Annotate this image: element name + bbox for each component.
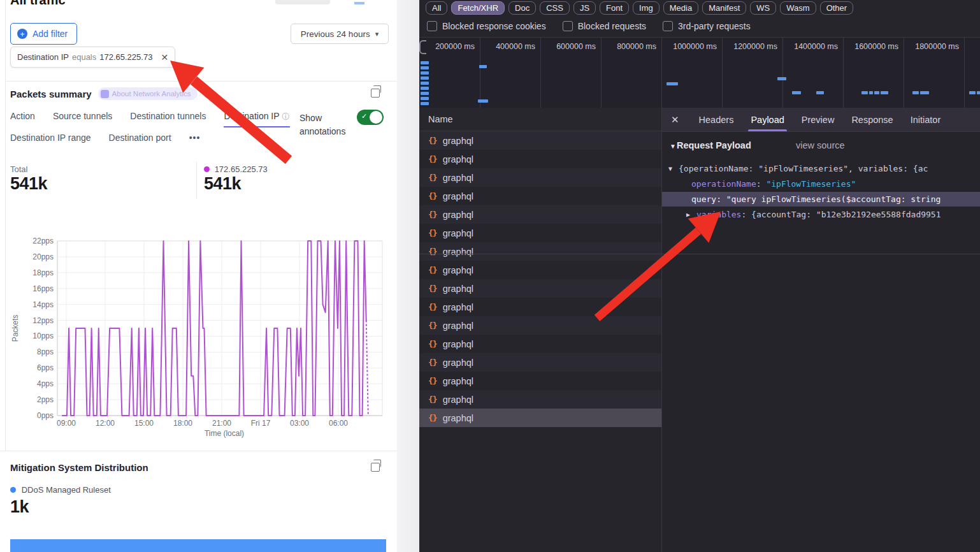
- request-row[interactable]: {}graphql: [419, 150, 661, 168]
- view-source-link[interactable]: view source: [796, 140, 845, 150]
- name-column-label: Name: [428, 114, 453, 124]
- show-annotations-toggle[interactable]: ✓: [357, 110, 384, 125]
- checkbox-icon[interactable]: [427, 21, 437, 31]
- request-filter-pills: AllFetch/XHRDocCSSJSFontImgMediaManifest…: [426, 1, 853, 15]
- filter-pill-other[interactable]: Other: [820, 1, 854, 15]
- request-name: graphql: [443, 339, 473, 349]
- payload-line[interactable]: ▼{operationName: "ipFlowTimeseries", var…: [662, 161, 980, 176]
- filter-chip-operator: equals: [72, 52, 96, 62]
- request-activity-dash: [478, 99, 488, 103]
- filter-pill-media[interactable]: Media: [663, 1, 698, 15]
- request-row[interactable]: {}graphql: [419, 390, 661, 409]
- request-row[interactable]: {}graphql: [419, 298, 661, 316]
- request-row[interactable]: {}graphql: [419, 187, 661, 205]
- filter-pill-fetch-xhr[interactable]: Fetch/XHR: [451, 1, 505, 15]
- time-range-dropdown[interactable]: Previous 24 hours ▾: [291, 24, 389, 44]
- tab-destination-tunnels[interactable]: Destination tunnels: [130, 111, 206, 127]
- request-payload-header[interactable]: ▼Request Payload: [670, 140, 751, 150]
- tab-destination-ip-range[interactable]: Destination IP range: [10, 133, 91, 143]
- tab-destination-ip[interactable]: Destination IPⓘ: [224, 111, 289, 127]
- json-icon: {}: [428, 321, 437, 330]
- x-axis-title: Time (local): [205, 429, 244, 438]
- request-row[interactable]: {}graphql: [419, 279, 661, 298]
- timeline-tick-label: 200000 ms: [419, 42, 475, 51]
- checkbox-blocked-response-cookies[interactable]: Blocked response cookies: [427, 21, 546, 31]
- detail-tab-initiator[interactable]: Initiator: [911, 108, 941, 131]
- request-name: graphql: [443, 136, 473, 146]
- filter-pill-doc[interactable]: Doc: [508, 1, 536, 15]
- filter-pill-font[interactable]: Font: [600, 1, 629, 15]
- request-row[interactable]: {}graphql: [419, 131, 661, 150]
- request-name: graphql: [443, 191, 473, 201]
- request-name: graphql: [443, 358, 473, 368]
- more-tabs-button[interactable]: •••: [189, 133, 201, 143]
- plus-icon: +: [17, 29, 27, 39]
- about-network-analytics-badge[interactable]: About Network Analytics: [98, 87, 198, 100]
- filter-pill-wasm[interactable]: Wasm: [780, 1, 816, 15]
- filter-chip[interactable]: Destination IP equals 172.65.225.73 ✕: [10, 47, 175, 68]
- network-table-header[interactable]: Name: [419, 108, 661, 131]
- timeline-tick-label: 800000 ms: [601, 42, 656, 51]
- checkbox-icon[interactable]: [563, 21, 573, 31]
- tab-source-tunnels[interactable]: Source tunnels: [53, 111, 112, 127]
- request-row[interactable]: {}graphql: [419, 335, 661, 353]
- request-name: graphql: [443, 265, 473, 275]
- json-icon: {}: [428, 413, 437, 423]
- time-range-label: Previous 24 hours: [301, 29, 370, 39]
- detail-tabs: ✕ HeadersPayloadPreviewResponseInitiator: [662, 108, 980, 132]
- detail-tab-response[interactable]: Response: [851, 108, 893, 131]
- payload-line[interactable]: query: "query ipFlowTimeseries($accountT…: [662, 192, 980, 207]
- y-tick-label: 0pps: [37, 411, 54, 420]
- network-timeline-overview[interactable]: 200000 ms400000 ms600000 ms800000 ms1000…: [419, 37, 980, 108]
- request-row[interactable]: {}graphql: [419, 316, 661, 335]
- expander-closed-icon[interactable]: ▶: [686, 207, 690, 222]
- card-divider-top: [5, 81, 397, 82]
- request-row[interactable]: {}graphql: [419, 224, 661, 242]
- filter-pill-all[interactable]: All: [426, 1, 447, 15]
- checkbox-blocked-requests[interactable]: Blocked requests: [563, 21, 646, 31]
- filter-pill-ws[interactable]: WS: [750, 1, 776, 15]
- checkbox-icon[interactable]: [663, 21, 673, 31]
- series-line: [62, 241, 366, 416]
- request-row[interactable]: {}graphql: [419, 168, 661, 187]
- request-row[interactable]: {}graphql: [419, 372, 661, 390]
- remove-filter-icon[interactable]: ✕: [161, 52, 168, 62]
- checkbox-3rd-party-requests[interactable]: 3rd-party requests: [663, 21, 751, 31]
- filter-pill-css[interactable]: CSS: [540, 1, 570, 15]
- payload-line[interactable]: ▶variables: {accountTag: "b12e3b2192ee55…: [662, 207, 980, 222]
- mitigation-bar[interactable]: [10, 539, 386, 552]
- request-activity-dash: [667, 82, 678, 85]
- expand-card-icon[interactable]: [371, 89, 380, 98]
- x-tick-label: 21:00: [212, 419, 231, 428]
- request-row[interactable]: {}graphql: [419, 205, 661, 224]
- tab-action[interactable]: Action: [10, 111, 35, 127]
- request-row[interactable]: {}graphql: [419, 261, 661, 279]
- detail-tab-headers[interactable]: Headers: [699, 108, 734, 131]
- request-name: graphql: [443, 154, 473, 164]
- timeline-tick-label: 2: [964, 42, 980, 51]
- request-row[interactable]: {}graphql: [419, 353, 661, 372]
- filter-pill-manifest[interactable]: Manifest: [702, 1, 746, 15]
- request-name: graphql: [443, 376, 473, 386]
- expand-card-icon[interactable]: [371, 463, 380, 472]
- filter-pill-js[interactable]: JS: [573, 1, 596, 15]
- close-icon[interactable]: ✕: [671, 114, 679, 126]
- request-activity-dash: [912, 91, 919, 94]
- request-row[interactable]: {}graphql: [419, 242, 661, 261]
- detail-tab-preview[interactable]: Preview: [802, 108, 835, 131]
- detail-tab-payload[interactable]: Payload: [751, 108, 784, 131]
- request-name: graphql: [443, 302, 473, 312]
- request-activity-dash: [874, 91, 879, 94]
- request-row[interactable]: {}graphql: [419, 409, 661, 427]
- payload-line[interactable]: operationName: "ipFlowTimeseries": [662, 177, 980, 191]
- request-name: graphql: [443, 210, 473, 220]
- expander-open-icon[interactable]: ▼: [668, 161, 672, 176]
- triangle-down-icon: ▼: [670, 143, 676, 150]
- filter-pill-img[interactable]: Img: [633, 1, 659, 15]
- add-filter-button[interactable]: + Add filter: [10, 23, 77, 45]
- mitigation-legend: DDoS Managed Ruleset: [10, 485, 111, 495]
- request-activity-dash: [421, 97, 429, 100]
- page-title: All traffic: [10, 0, 150, 6]
- faint-divider: [419, 254, 980, 254]
- tab-destination-port[interactable]: Destination port: [109, 133, 171, 143]
